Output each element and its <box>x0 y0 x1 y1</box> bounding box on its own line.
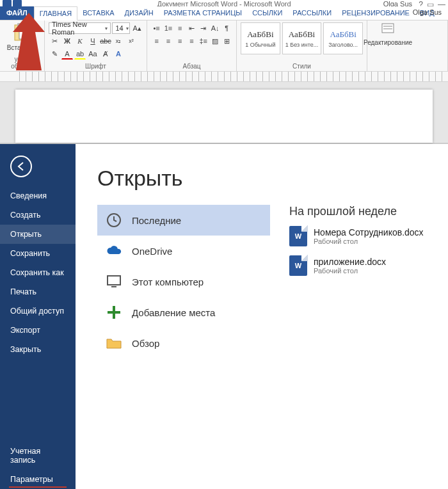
recent-file[interactable]: W Номера Сотрудников.docx Рабочий стол <box>289 223 448 253</box>
align-right-button[interactable]: ≡ <box>175 35 186 47</box>
multilevel-button[interactable]: ≡ <box>175 22 186 34</box>
document-area <box>0 82 448 143</box>
change-case-button[interactable]: Aa <box>87 48 99 60</box>
menu-save[interactable]: Сохранить <box>0 244 76 263</box>
cloud-icon <box>106 243 122 259</box>
file-name: Номера Сотрудников.docx <box>314 227 424 237</box>
open-heading: Открыть <box>97 166 448 191</box>
justify-button[interactable]: ≡ <box>186 35 197 47</box>
menu-account[interactable]: Учетная запись <box>0 442 76 470</box>
recent-files-panel: На прошлой неделе W Номера Сотрудников.d… <box>289 205 448 358</box>
menu-close[interactable]: Закрыть <box>0 340 76 359</box>
group-styles: АаБбВі 1 Обычный АаБбВі 1 Без инте... Аа… <box>237 20 367 71</box>
increase-indent-button[interactable]: ⇥ <box>198 22 209 34</box>
source-thispc[interactable]: Этот компьютер <box>97 266 270 297</box>
bold-button[interactable]: Ж <box>61 35 73 47</box>
font-size-combo[interactable]: 14 <box>112 22 130 34</box>
cut-icon[interactable]: ✂ <box>49 35 60 47</box>
paste-button[interactable]: Вставить <box>4 22 37 51</box>
text-effects-button[interactable]: A <box>113 48 124 60</box>
paste-label: Вставить <box>7 44 34 51</box>
shading-button[interactable]: ▨ <box>209 35 220 47</box>
menu-export[interactable]: Экспорт <box>0 321 76 340</box>
superscript-button[interactable]: x² <box>125 35 137 47</box>
tab-layout[interactable]: РАЗМЕТКА СТРАНИЦЫ <box>159 6 247 20</box>
menu-open[interactable]: Открыть <box>0 225 76 244</box>
group-clipboard: Вставить уфер обмена <box>0 20 45 71</box>
sort-button[interactable]: A↓ <box>209 22 220 34</box>
backstage-sidebar: Сведения Создать Открыть Сохранить Сохра… <box>0 144 76 489</box>
source-browse[interactable]: Обзор <box>97 328 270 358</box>
grow-font-icon[interactable]: A▴ <box>131 22 143 34</box>
menu-info[interactable]: Сведения <box>0 186 76 205</box>
tab-home[interactable]: ГЛАВНАЯ <box>34 6 77 20</box>
highlight-button[interactable]: ab <box>74 48 86 60</box>
show-marks-button[interactable]: ¶ <box>221 22 232 34</box>
recent-file[interactable]: W приложение.docx Рабочий стол <box>289 253 448 282</box>
tab-file[interactable]: ФАЙЛ <box>0 6 34 20</box>
font-color-button[interactable]: A <box>61 48 73 60</box>
line-spacing-button[interactable]: ‡≡ <box>198 35 209 47</box>
style-nospacing[interactable]: АаБбВі 1 Без инте... <box>282 22 322 54</box>
menu-saveas[interactable]: Сохранить как <box>0 263 76 282</box>
word-file-icon: W <box>289 226 307 246</box>
menu-options[interactable]: Параметры <box>0 470 76 489</box>
backstage-view: Документ1 - Word Сведения Создать Открыт… <box>0 144 448 489</box>
tab-review[interactable]: РЕЦЕНЗИРОВАНИЕ <box>337 6 415 20</box>
ruler[interactable] <box>0 72 448 82</box>
recent-heading: На прошлой неделе <box>289 205 448 218</box>
user-name-tabs[interactable]: Olga Sus <box>413 8 442 16</box>
bullets-button[interactable]: •≡ <box>151 22 162 34</box>
align-center-button[interactable]: ≡ <box>163 35 173 47</box>
file-name: приложение.docx <box>314 257 386 267</box>
tab-insert[interactable]: ВСТАВКА <box>77 6 119 20</box>
svg-rect-11 <box>108 311 120 314</box>
strike-button[interactable]: abc <box>100 35 111 47</box>
underline-button[interactable]: Ч <box>87 35 99 47</box>
style-heading[interactable]: АаБбВі Заголово... <box>323 22 363 54</box>
file-location: Рабочий стол <box>314 267 386 275</box>
page[interactable] <box>15 90 433 143</box>
clock-icon <box>106 212 122 228</box>
editing-group-label <box>371 70 444 70</box>
source-addplace[interactable]: Добавление места <box>97 297 270 328</box>
clear-format-button[interactable]: A̸ <box>100 48 111 60</box>
plus-icon <box>106 305 122 320</box>
tab-mailings[interactable]: РАССЫЛКИ <box>287 6 337 20</box>
find-icon <box>381 22 395 38</box>
style-sample: АаБбВі <box>289 29 315 40</box>
menu-new[interactable]: Создать <box>0 205 76 225</box>
source-thispc-label: Этот компьютер <box>132 277 204 287</box>
borders-button[interactable]: ⊞ <box>221 35 232 47</box>
subscript-button[interactable]: x₂ <box>113 35 124 47</box>
backstage-main: Открыть Последние OneDrive <box>76 144 448 489</box>
group-paragraph: •≡ 1≡ ≡ ⇤ ⇥ A↓ ¶ ≡ ≡ ≡ ≡ ‡≡ ▨ ⊞ <box>147 20 237 71</box>
editing-button[interactable]: Редактирование <box>371 22 404 46</box>
source-recent[interactable]: Последние <box>97 205 270 236</box>
titlebar: Документ Microsoft Word - Microsoft Word… <box>0 0 448 6</box>
align-left-button[interactable]: ≡ <box>151 35 162 47</box>
svg-rect-9 <box>111 286 116 287</box>
italic-button[interactable]: К <box>74 35 86 47</box>
format-painter-icon[interactable]: ✎ <box>49 48 60 60</box>
back-button[interactable] <box>10 156 32 177</box>
paragraph-label: Абзац <box>151 63 232 70</box>
tab-references[interactable]: ССЫЛКИ <box>247 6 287 20</box>
svg-rect-8 <box>108 276 120 285</box>
menu-share[interactable]: Общий доступ <box>0 301 76 321</box>
font-label: Шрифт <box>49 63 143 70</box>
font-name-combo[interactable]: Times New Roman <box>49 22 111 34</box>
source-onedrive[interactable]: OneDrive <box>97 236 270 266</box>
group-font: Times New Roman 14 A▴ ✂ Ж К Ч abc x₂ x² … <box>45 20 147 71</box>
ribbon: Вставить уфер обмена Times New Roman 14 … <box>0 20 448 72</box>
numbering-button[interactable]: 1≡ <box>163 22 173 34</box>
style-normal[interactable]: АаБбВі 1 Обычный <box>241 22 280 54</box>
style-sample: АаБбВі <box>330 29 356 40</box>
source-recent-label: Последние <box>132 215 181 226</box>
file-location: Рабочий стол <box>314 237 424 245</box>
style-sample: АаБбВі <box>247 29 273 40</box>
style-caption: Заголово... <box>328 42 358 48</box>
tab-design[interactable]: ДИЗАЙН <box>119 6 158 20</box>
menu-print[interactable]: Печать <box>0 282 76 301</box>
decrease-indent-button[interactable]: ⇤ <box>186 22 197 34</box>
